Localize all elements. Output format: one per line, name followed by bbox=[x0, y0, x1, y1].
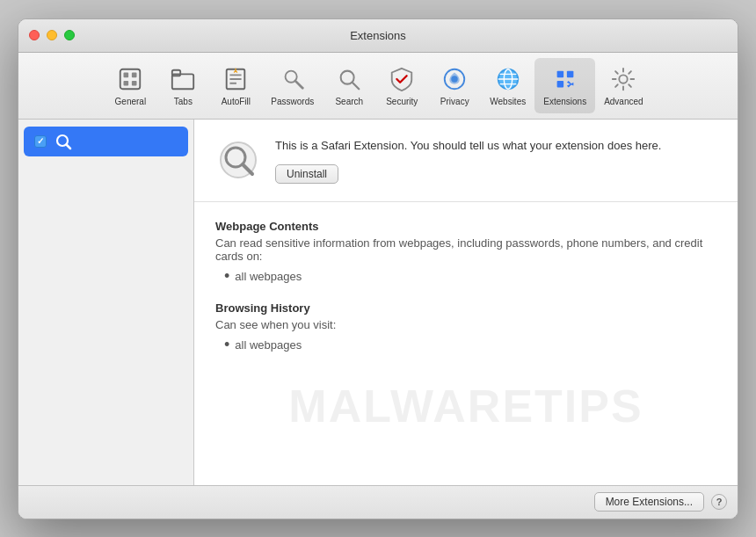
extension-info: This is a Safari Extension. You should t… bbox=[275, 137, 716, 185]
general-icon bbox=[116, 65, 144, 93]
toolbar-item-search[interactable]: Search bbox=[323, 58, 375, 113]
checkbox-check: ✓ bbox=[37, 136, 44, 146]
help-button[interactable]: ? bbox=[711, 494, 727, 510]
permission-item-webpage-label: all webpages bbox=[235, 270, 302, 283]
advanced-icon bbox=[609, 65, 637, 93]
extension-sidebar-icon bbox=[54, 132, 73, 151]
svg-rect-23 bbox=[556, 70, 563, 77]
svg-line-15 bbox=[353, 82, 360, 89]
security-icon bbox=[388, 65, 416, 93]
toolbar-item-security[interactable]: Security bbox=[375, 58, 428, 113]
svg-rect-3 bbox=[124, 80, 129, 85]
advanced-label: Advanced bbox=[604, 97, 643, 106]
toolbar-item-tabs[interactable]: Tabs bbox=[156, 58, 209, 113]
close-button[interactable] bbox=[29, 30, 40, 40]
autofill-label: AutoFill bbox=[222, 97, 251, 106]
toolbar-item-passwords[interactable]: Passwords bbox=[262, 58, 323, 113]
extension-checkbox[interactable]: ✓ bbox=[34, 135, 47, 148]
toolbar-item-extensions[interactable]: Extensions bbox=[534, 58, 595, 113]
uninstall-button[interactable]: Uninstall bbox=[275, 164, 338, 184]
privacy-icon bbox=[440, 65, 469, 93]
permission-title-webpage: Webpage Contents bbox=[215, 220, 716, 233]
svg-line-28 bbox=[67, 144, 71, 149]
bullet-icon-2: • bbox=[224, 337, 229, 352]
permission-item-webpage-0: • all webpages bbox=[224, 268, 716, 284]
toolbar-item-advanced[interactable]: Advanced bbox=[595, 58, 651, 113]
search-label: Search bbox=[335, 97, 363, 106]
svg-line-13 bbox=[295, 80, 302, 87]
general-label: General bbox=[115, 97, 147, 106]
autofill-icon bbox=[222, 65, 250, 93]
sidebar: ✓ bbox=[18, 120, 194, 485]
svg-rect-2 bbox=[132, 72, 137, 77]
permission-item-history-0: • all webpages bbox=[224, 337, 716, 352]
tabs-label: Tabs bbox=[174, 97, 193, 106]
tabs-icon bbox=[169, 65, 197, 93]
search-icon bbox=[335, 65, 363, 93]
permission-desc-webpage: Can read sensitive information from webp… bbox=[215, 236, 716, 263]
extension-icon bbox=[215, 137, 261, 183]
toolbar-item-privacy[interactable]: Privacy bbox=[428, 58, 481, 113]
svg-rect-4 bbox=[132, 80, 137, 85]
security-label: Security bbox=[386, 97, 418, 106]
websites-icon bbox=[494, 65, 522, 93]
toolbar-item-websites[interactable]: Websites bbox=[481, 58, 534, 113]
permission-item-history-label: all webpages bbox=[235, 338, 302, 352]
permission-group-history: Browsing History Can see when you visit:… bbox=[215, 301, 716, 352]
permission-desc-history: Can see when you visit: bbox=[215, 318, 716, 331]
svg-rect-24 bbox=[567, 70, 574, 77]
detail-panel: This is a Safari Extension. You should t… bbox=[194, 120, 738, 485]
watermark: MALWARETIPS bbox=[288, 380, 643, 432]
safari-preferences-window: Extensions General T bbox=[18, 18, 738, 519]
permission-title-history: Browsing History bbox=[215, 301, 716, 315]
svg-rect-0 bbox=[120, 69, 141, 89]
extensions-label: Extensions bbox=[543, 97, 586, 106]
extensions-icon bbox=[551, 65, 579, 93]
titlebar: Extensions bbox=[18, 19, 738, 53]
window-controls bbox=[29, 30, 75, 40]
minimize-button[interactable] bbox=[47, 30, 57, 40]
toolbar-item-general[interactable]: General bbox=[104, 58, 156, 113]
bullet-icon: • bbox=[224, 268, 229, 284]
permission-group-webpage: Webpage Contents Can read sensitive info… bbox=[215, 220, 716, 284]
toolbar: General Tabs A bbox=[18, 53, 738, 120]
maximize-button[interactable] bbox=[64, 30, 75, 40]
passwords-icon bbox=[279, 65, 307, 93]
passwords-label: Passwords bbox=[271, 97, 314, 106]
svg-rect-25 bbox=[556, 80, 563, 87]
toolbar-item-autofill[interactable]: AutoFill bbox=[209, 58, 262, 113]
privacy-label: Privacy bbox=[440, 97, 469, 106]
websites-label: Websites bbox=[490, 97, 526, 106]
svg-point-26 bbox=[620, 75, 628, 83]
svg-rect-1 bbox=[124, 72, 129, 77]
main-content: ✓ bbox=[18, 120, 738, 485]
footer: More Extensions... ? bbox=[18, 485, 738, 519]
svg-point-17 bbox=[452, 76, 459, 83]
sidebar-item-search-ext[interactable]: ✓ bbox=[24, 127, 188, 156]
window-title: Extensions bbox=[350, 29, 406, 42]
permissions-section: MALWARETIPS Webpage Contents Can read se… bbox=[194, 202, 738, 485]
extension-header: This is a Safari Extension. You should t… bbox=[194, 120, 738, 203]
more-extensions-button[interactable]: More Extensions... bbox=[594, 492, 704, 512]
extension-description: This is a Safari Extension. You should t… bbox=[275, 137, 716, 155]
